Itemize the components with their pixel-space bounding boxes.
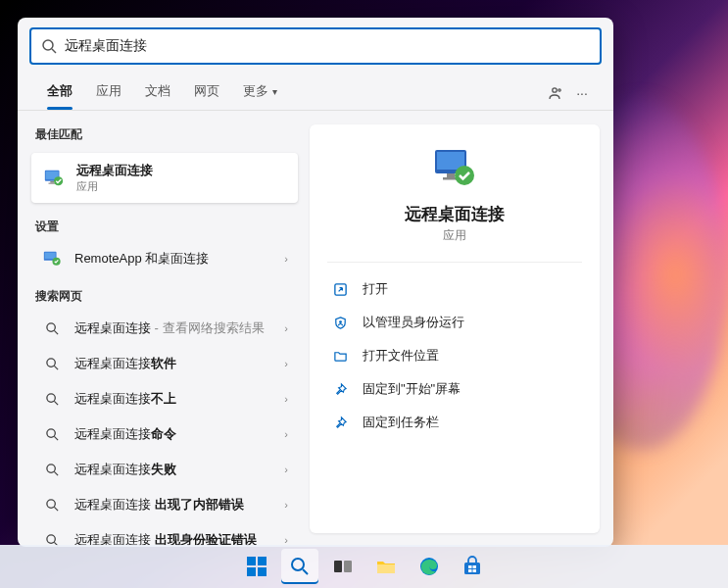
svg-rect-6 [50, 180, 54, 182]
svg-point-3 [558, 89, 560, 91]
svg-point-20 [46, 465, 54, 472]
best-match-subtitle: 应用 [76, 179, 286, 193]
tab-web[interactable]: 网页 [182, 76, 231, 110]
svg-point-2 [553, 88, 557, 92]
search-icon [41, 494, 63, 515]
svg-rect-46 [468, 569, 472, 572]
remoteapp-icon [41, 248, 63, 270]
detail-subtitle: 应用 [443, 227, 466, 244]
web-result[interactable]: 远程桌面连接软件 › [31, 346, 298, 381]
filter-tabs: 全部 应用 文档 网页 更多 ▾ ··· [18, 73, 613, 111]
svg-line-21 [54, 471, 58, 475]
pin-icon [331, 414, 349, 431]
chevron-right-icon: › [284, 499, 288, 511]
web-result-title: 远程桌面连接失败 [74, 462, 284, 478]
search-icon [41, 388, 63, 410]
svg-rect-40 [344, 561, 352, 572]
svg-rect-35 [247, 567, 256, 576]
svg-rect-33 [247, 557, 256, 565]
rdp-app-icon [43, 168, 65, 189]
action-label: 固定到任务栏 [363, 414, 439, 431]
detail-title: 远程桌面连接 [405, 203, 505, 225]
svg-rect-36 [258, 567, 267, 576]
results-content: 最佳匹配 远程桌面连接 应用 设置 RemoteApp 和桌面连接 › 搜索网页 [18, 111, 613, 547]
svg-point-16 [46, 394, 54, 402]
action-pin[interactable]: 固定到任务栏 [327, 406, 582, 439]
svg-rect-43 [464, 563, 480, 574]
search-input[interactable] [65, 38, 590, 54]
action-label: 打开 [363, 280, 388, 298]
taskbar [0, 545, 728, 588]
tab-more[interactable]: 更多 ▾ [231, 76, 289, 110]
svg-rect-34 [258, 557, 267, 565]
action-label: 打开文件位置 [363, 347, 439, 365]
account-icon[interactable] [541, 85, 568, 101]
svg-line-1 [52, 49, 56, 53]
svg-point-8 [54, 176, 63, 185]
more-options-icon[interactable]: ··· [568, 85, 596, 101]
settings-result-title: RemoteApp 和桌面连接 [74, 251, 284, 268]
svg-point-18 [46, 429, 54, 437]
detail-app-icon [431, 146, 478, 193]
svg-rect-39 [334, 561, 342, 572]
taskbar-start-button[interactable] [238, 549, 275, 584]
settings-result[interactable]: RemoteApp 和桌面连接 › [31, 241, 298, 276]
web-result-title: 远程桌面连接 - 查看网络搜索结果 [74, 320, 284, 337]
best-match-result[interactable]: 远程桌面连接 应用 [31, 153, 298, 203]
svg-line-19 [54, 436, 58, 440]
pin-icon [331, 380, 349, 398]
chevron-right-icon: › [284, 253, 288, 265]
svg-point-14 [46, 359, 54, 367]
action-label: 固定到"开始"屏幕 [363, 380, 461, 398]
web-result-title: 远程桌面连接不上 [74, 391, 284, 408]
tab-all[interactable]: 全部 [35, 76, 84, 110]
svg-rect-45 [472, 565, 476, 568]
web-result[interactable]: 远程桌面连接 出现了内部错误 › [31, 487, 298, 522]
svg-line-23 [54, 507, 58, 511]
best-match-title: 远程桌面连接 [76, 163, 286, 179]
search-icon [41, 318, 63, 339]
svg-point-30 [455, 166, 474, 185]
taskbar-store-button[interactable] [454, 549, 491, 584]
search-icon [41, 38, 57, 54]
web-result[interactable]: 远程桌面连接 - 查看网络搜索结果 › [31, 311, 298, 346]
svg-point-37 [292, 559, 304, 570]
action-pin[interactable]: 固定到"开始"屏幕 [327, 372, 582, 406]
chevron-right-icon: › [284, 393, 288, 405]
taskbar-explorer-button[interactable] [367, 549, 405, 584]
taskbar-taskview-button[interactable] [324, 549, 362, 584]
action-folder[interactable]: 打开文件位置 [327, 339, 582, 372]
tab-documents[interactable]: 文档 [133, 76, 182, 110]
section-web: 搜索网页 [31, 282, 298, 311]
detail-card: 远程桌面连接 应用 打开以管理员身份运行打开文件位置固定到"开始"屏幕固定到任务… [310, 124, 600, 533]
folder-icon [331, 347, 349, 365]
web-result[interactable]: 远程桌面连接命令 › [31, 416, 298, 452]
web-result-title: 远程桌面连接 出现了内部错误 [74, 497, 284, 514]
taskbar-search-button[interactable] [281, 549, 318, 584]
web-result[interactable]: 远程桌面连接不上 › [31, 381, 298, 416]
chevron-right-icon: › [284, 428, 288, 440]
svg-point-22 [46, 500, 54, 508]
action-open[interactable]: 打开 [327, 272, 582, 306]
action-admin[interactable]: 以管理员身份运行 [327, 306, 582, 339]
svg-point-24 [46, 535, 54, 543]
svg-line-17 [54, 401, 58, 405]
svg-line-38 [303, 569, 308, 574]
taskbar-edge-button[interactable] [411, 549, 448, 584]
svg-rect-44 [468, 565, 472, 568]
web-result[interactable]: 远程桌面连接失败 › [31, 452, 298, 487]
svg-point-32 [339, 320, 342, 323]
svg-rect-41 [377, 564, 395, 573]
svg-line-13 [54, 330, 58, 334]
search-icon [41, 353, 63, 374]
svg-rect-10 [45, 253, 56, 259]
search-box[interactable] [29, 27, 602, 65]
search-icon [41, 459, 63, 480]
web-result[interactable]: 远程桌面连接 出现身份验证错误 › [31, 522, 298, 547]
chevron-right-icon: › [284, 464, 288, 475]
tab-apps[interactable]: 应用 [84, 76, 133, 110]
svg-point-0 [43, 40, 53, 50]
chevron-right-icon: › [284, 322, 288, 334]
search-panel: 全部 应用 文档 网页 更多 ▾ ··· 最佳匹配 远程桌面连接 应用 设置 [18, 18, 613, 547]
web-result-title: 远程桌面连接命令 [74, 426, 284, 443]
